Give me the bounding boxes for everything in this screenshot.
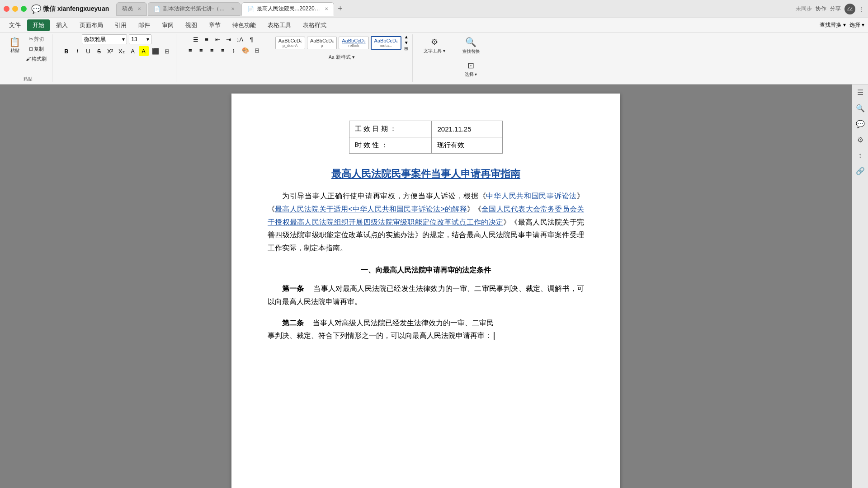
bold-button[interactable]: B	[61, 46, 71, 56]
line-spacing-button[interactable]: ↕	[229, 45, 239, 55]
tab-legal-close[interactable]: ✕	[231, 6, 235, 11]
paragraph-group: ☰ ≡ ⇤ ⇥ ↕A ¶ ≡ ≡ ≡ ≡ ↕ 🎨 ⊟	[182, 34, 266, 82]
tab-legal[interactable]: 📄 副本法律文书第七讲-（修改） ✕	[148, 2, 241, 16]
user-area: 未同步 协作 分享 ZZ ⋮	[796, 4, 864, 14]
select-btn[interactable]: 选择 ▾	[849, 21, 864, 29]
align-left-button[interactable]: ≡	[185, 45, 195, 55]
document-area: 工 效 日 期 ： 2021.11.25 时 效 性 ： 现行有效 最高人民法院…	[0, 84, 852, 488]
ribbon-tab-home[interactable]: 开始	[27, 19, 50, 31]
style-expand[interactable]: ⊞	[404, 46, 409, 51]
align-center-button[interactable]: ≡	[196, 45, 206, 55]
shading-button[interactable]: 🎨	[240, 45, 251, 55]
more-options-icon[interactable]: ⋮	[859, 6, 864, 12]
sync-status: 未同步	[796, 5, 812, 13]
table-cell-value2: 现行有效	[432, 137, 503, 154]
tab-draft[interactable]: 稿员 ✕	[116, 2, 147, 16]
font-color-button[interactable]: A	[128, 46, 138, 56]
right-tool-settings[interactable]: ⚙	[857, 136, 863, 144]
text-tools-icon: ⚙	[431, 37, 438, 47]
sort-button[interactable]: ↕A	[234, 34, 245, 44]
italic-button[interactable]: I	[72, 46, 82, 56]
ribbon-tab-insert[interactable]: 插入	[51, 19, 73, 31]
show-marks-button[interactable]: ¶	[246, 34, 256, 44]
align-justify-button[interactable]: ≡	[218, 45, 228, 55]
style-p[interactable]: AaBbCcDc p	[307, 37, 337, 49]
brand-name: 微信 xianfengxueyuan	[43, 5, 109, 13]
ribbon-tab-review[interactable]: 审阅	[156, 19, 179, 31]
table-row: 工 效 日 期 ： 2021.11.25	[349, 121, 503, 137]
ribbon-tab-table-style[interactable]: 表格样式	[297, 19, 332, 31]
copy-icon: ⊡	[29, 46, 33, 52]
style-meta[interactable]: AaBbCcDc meta...	[371, 36, 401, 50]
right-tool-link[interactable]: 🔗	[856, 167, 865, 175]
format-paint-icon: 🖌	[26, 56, 31, 61]
doc-icon-active: 📄	[247, 6, 254, 12]
search-replace-btn[interactable]: 查找替换 ▾	[820, 21, 845, 29]
ribbon-tab-view[interactable]: 视图	[180, 19, 203, 31]
underline-button[interactable]: U	[83, 46, 93, 56]
list-number-button[interactable]: ≡	[202, 34, 212, 44]
link-civil-law[interactable]: 中华人民共和国民事诉讼法	[486, 192, 577, 200]
highlight-button[interactable]: A	[139, 46, 149, 56]
indent-more-button[interactable]: ⇥	[223, 34, 233, 44]
format-paint-button[interactable]: 🖌 格式刷	[24, 54, 48, 63]
border-btn[interactable]: ⊞	[162, 46, 172, 56]
ribbon-tab-file[interactable]: 文件	[4, 19, 26, 31]
right-tool-comment[interactable]: 💬	[856, 120, 865, 128]
tab-active-close[interactable]: ✕	[325, 6, 328, 11]
paste-group-label: 粘贴	[24, 75, 33, 82]
article-1-body: 当事人对最高人民法院已经发生法律效力的一审、二审民事判决、裁定、调解书，可以向最…	[268, 285, 584, 305]
font-name-selector[interactable]: 微软雅黑 ▾	[82, 34, 127, 44]
right-tool-menu[interactable]: ☰	[857, 88, 863, 97]
right-tool-search[interactable]: 🔍	[856, 104, 865, 113]
text-tools-button[interactable]: ⚙ 文字工具 ▾	[422, 34, 447, 57]
right-tool-cursor[interactable]: ↕	[859, 151, 862, 160]
ribbon-tab-chapter[interactable]: 章节	[203, 19, 226, 31]
strikethrough-button[interactable]: S̶	[94, 46, 104, 56]
copy-label: 复制	[34, 46, 44, 52]
ribbon-tab-layout[interactable]: 页面布局	[74, 19, 108, 31]
app-brand: 💬 微信 xianfengxueyuan	[31, 4, 109, 14]
minimize-button[interactable]	[12, 6, 18, 12]
cut-button[interactable]: ✂ 剪切	[24, 34, 48, 43]
subscript-button[interactable]: X₂	[116, 46, 127, 56]
ribbon-tab-special[interactable]: 特色功能	[227, 19, 261, 31]
list-bullet-button[interactable]: ☰	[191, 34, 201, 44]
copy-button[interactable]: ⊡ 复制	[24, 44, 48, 53]
ribbon-tab-table-tools[interactable]: 表格工具	[262, 19, 297, 31]
new-style-button[interactable]: Aa 新样式 ▾	[327, 53, 357, 61]
style-scroll-down[interactable]: ▼	[404, 40, 409, 45]
find-replace-button[interactable]: 🔍 查找替换	[460, 34, 482, 57]
style-pdoc-a[interactable]: AaBbCcDc p_doc-A	[275, 37, 305, 49]
add-tab-button[interactable]: +	[335, 4, 345, 14]
document-page[interactable]: 工 效 日 期 ： 2021.11.25 时 效 性 ： 现行有效 最高人民法院…	[231, 94, 620, 488]
tab-active[interactable]: 📄 最高人民法院民...20220下载 ✕	[241, 2, 334, 16]
styles-group: AaBbCcDc p_doc-A AaBbCcDc p AaBbCcDc ref…	[272, 34, 413, 82]
document-title: 最高人民法院民事案件当事人申请再审指南	[268, 167, 584, 181]
close-button[interactable]	[4, 6, 9, 12]
indent-less-button[interactable]: ⇤	[212, 34, 222, 44]
style-scroll-up[interactable]: ▲	[404, 34, 409, 39]
ribbon-tab-ref[interactable]: 引用	[109, 19, 132, 31]
link-interpretation[interactable]: 最高人民法院关于适用<中华人民共和国民事诉讼法>的解释	[275, 205, 467, 213]
font-bg-button[interactable]: ⬛	[150, 46, 161, 56]
share-button[interactable]: 分享	[830, 5, 841, 13]
superscript-button[interactable]: X²	[105, 46, 115, 56]
wechat-icon: 💬	[31, 4, 41, 14]
tab-draft-close[interactable]: ✕	[137, 6, 141, 11]
paste-button[interactable]: 📋 粘贴	[7, 34, 22, 57]
paste-group: 📋 粘贴 ✂ 剪切 ⊡ 复制 🖌 格式刷	[4, 34, 52, 82]
font-size-selector[interactable]: 13 ▾	[129, 34, 151, 44]
collab-button[interactable]: 协作	[816, 5, 826, 13]
style-reflink[interactable]: AaBbCcDc reflink	[339, 37, 368, 49]
border-button[interactable]: ⊟	[252, 45, 262, 55]
align-right-button[interactable]: ≡	[207, 45, 217, 55]
font-size-value: 13	[131, 36, 137, 42]
select-all-button[interactable]: ⊡ 选择 ▾	[463, 58, 479, 80]
doc-icon: 📄	[154, 6, 160, 12]
ribbon-tab-mail[interactable]: 邮件	[133, 19, 156, 31]
table-cell-label2: 时 效 性 ：	[349, 137, 432, 154]
ribbon-content: 📋 粘贴 ✂ 剪切 ⊡ 复制 🖌 格式刷	[0, 33, 868, 84]
maximize-button[interactable]	[21, 6, 27, 12]
table-cell-label1: 工 效 日 期 ：	[349, 121, 432, 137]
